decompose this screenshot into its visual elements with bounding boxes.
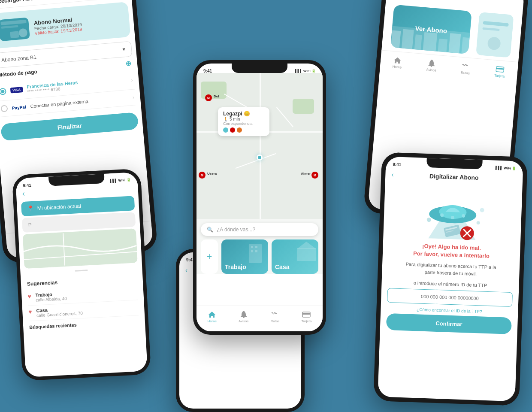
svg-rect-23 xyxy=(476,12,514,58)
svg-marker-13 xyxy=(297,242,316,249)
svg-rect-17 xyxy=(402,29,414,49)
page-title: Recargar Abono xyxy=(0,0,40,4)
sug-trabajo-addr: calle Albaida, 40 xyxy=(36,296,67,303)
tile-casa-label: Casa xyxy=(275,264,289,270)
chevron-right-icon: › xyxy=(131,77,133,83)
phone4-status: ▌▌▌ WiFi 🔋 xyxy=(110,178,131,183)
phone2-time: 9:41 xyxy=(203,69,212,73)
svg-point-51 xyxy=(427,218,431,222)
map-label-del: Del xyxy=(214,94,219,98)
paypal-label: Conectar en página externa xyxy=(30,95,128,109)
second-card[interactable] xyxy=(476,12,514,58)
radio-inner xyxy=(1,89,5,93)
metro-badge-usera: M xyxy=(199,172,206,179)
bell-icon-3 xyxy=(427,59,436,68)
home-icon-3 xyxy=(393,56,402,65)
svg-rect-8 xyxy=(251,246,253,248)
nav-home-2[interactable]: Home xyxy=(208,311,217,323)
phone4-time: 9:41 xyxy=(23,182,32,188)
home-icon-2 xyxy=(208,311,216,318)
search-placeholder: ¿A dónde vas...? xyxy=(217,227,255,233)
svg-rect-12 xyxy=(297,248,316,261)
tile-trabajo[interactable]: Trabajo xyxy=(221,239,268,274)
abono-card: Abono Normal Fecha carga: 20/10/2019 Vál… xyxy=(0,2,130,49)
abono-info: Abono Normal Fecha carga: 20/10/2019 Vál… xyxy=(33,12,123,36)
abono-art xyxy=(0,17,30,41)
map-area[interactable]: M Del M Usera M Almer Legazpi 😊 🚶 5 min … xyxy=(196,73,323,219)
finalizar-button[interactable]: Finalizar xyxy=(0,112,139,141)
nav-home-3[interactable]: Home xyxy=(392,56,402,70)
svg-rect-4 xyxy=(10,31,19,38)
tile-trabajo-label: Trabajo xyxy=(225,264,246,270)
zona-label: Abono zona B1 xyxy=(1,54,36,63)
ver-abono-card[interactable]: Ver Abono xyxy=(390,5,472,54)
bell-icon-2 xyxy=(239,311,248,318)
card-icon-3 xyxy=(496,65,505,74)
nav-tarjeta-2[interactable]: Tarjeta xyxy=(301,311,311,323)
metro-badge-alm: M xyxy=(311,172,318,179)
ufo-illustration-error xyxy=(383,183,523,246)
visa-radio[interactable] xyxy=(0,88,6,95)
add-place-button[interactable]: + xyxy=(201,239,218,274)
paypal-badge: PayPal xyxy=(12,104,26,110)
heart-icon-1: ♥ xyxy=(27,293,31,300)
search-bar[interactable]: 🔍 ¿A dónde vas...? xyxy=(201,223,318,236)
svg-rect-18 xyxy=(414,34,422,50)
tooltip-line-dots xyxy=(223,127,264,133)
destination-icon: P xyxy=(28,222,32,228)
search-section: 🔍 ¿A dónde vas...? + Trabajo xyxy=(196,219,323,274)
back-arrow-6[interactable]: ‹ xyxy=(391,171,394,179)
svg-rect-11 xyxy=(255,250,257,252)
metro-badge-m: M xyxy=(205,94,212,101)
location-label: Mi ubicación actual xyxy=(37,203,81,211)
add-payment-icon[interactable]: ⊕ xyxy=(125,59,132,68)
heart-icon-2: ♥ xyxy=(28,308,32,315)
back-arrow-5[interactable]: ‹ xyxy=(185,267,187,274)
user-location-dot xyxy=(257,154,263,161)
visa-badge: VISA xyxy=(10,87,23,93)
phone2-status: ▌▌▌ WiFi 🔋 xyxy=(295,69,316,73)
nav-rutas-2[interactable]: Rutas xyxy=(270,311,279,323)
location-pin-icon: 📍 xyxy=(27,206,34,212)
digitalize-title-6: Digitalizar Abono xyxy=(429,173,479,181)
line-dot-3 xyxy=(237,127,242,133)
routes-icon-2 xyxy=(271,311,279,318)
tile-casa[interactable]: Casa xyxy=(272,239,318,274)
svg-rect-9 xyxy=(255,246,257,248)
id-input-field[interactable] xyxy=(387,288,513,307)
tooltip-time: 🚶 5 min xyxy=(223,117,264,121)
svg-rect-15 xyxy=(302,313,310,315)
svg-point-53 xyxy=(480,208,484,212)
paypal-info: Conectar en página externa xyxy=(30,95,128,109)
notch-6 xyxy=(426,158,483,170)
nav-avisos-2[interactable]: Avisos xyxy=(239,311,248,323)
nav-rutas-3[interactable]: Rutas xyxy=(461,62,471,76)
map-label-usera: Usera xyxy=(207,172,217,176)
routes-icon-3 xyxy=(461,62,470,71)
error-description: Para digitalizar tu abono acerca tu TTP … xyxy=(382,257,520,282)
back-icon-4[interactable]: ‹ xyxy=(22,189,25,198)
nav-tarjeta-3[interactable]: Tarjeta xyxy=(494,65,505,79)
line-dot-2 xyxy=(230,127,235,133)
phone-map: 9:41 ▌▌▌ WiFi 🔋 M Del M Usera M Almer xyxy=(193,60,326,335)
confirmar-button[interactable]: Confirmar xyxy=(386,313,512,334)
payment-section: Método de pago ⊕ VISA Francisca de las H… xyxy=(0,59,136,117)
line-dot-1 xyxy=(223,127,228,133)
nav-avisos-3[interactable]: Avisos xyxy=(426,59,437,73)
tooltip-station-name: Legazpi 😊 xyxy=(223,111,264,117)
paypal-radio[interactable] xyxy=(0,105,8,112)
bottom-nav-phone2: Home Avisos Rutas Tarjeta xyxy=(196,306,323,331)
suggestions-section: Sugerencias ♥ Trabajo calle Albaida, 40 … xyxy=(21,271,145,336)
svg-rect-19 xyxy=(423,32,438,51)
tooltip-subtitle: Correspondencia xyxy=(223,121,264,126)
svg-point-52 xyxy=(476,221,480,224)
payment-title: Método de pago xyxy=(0,69,37,78)
mini-map xyxy=(23,228,138,269)
map-tooltip: Legazpi 😊 🚶 5 min Correspondencia xyxy=(218,107,269,136)
paypal-chevron-icon: › xyxy=(132,94,134,100)
svg-rect-21 xyxy=(448,33,461,53)
chevron-down-icon: ▾ xyxy=(122,46,125,52)
suggestion-casa-info: Casa calle Guarnicioneros, 70 xyxy=(36,306,83,318)
svg-rect-28 xyxy=(496,68,504,70)
phone-search: 9:41 ▌▌▌ WiFi 🔋 ‹ 📍 Mi ubicación actual … xyxy=(12,168,151,381)
